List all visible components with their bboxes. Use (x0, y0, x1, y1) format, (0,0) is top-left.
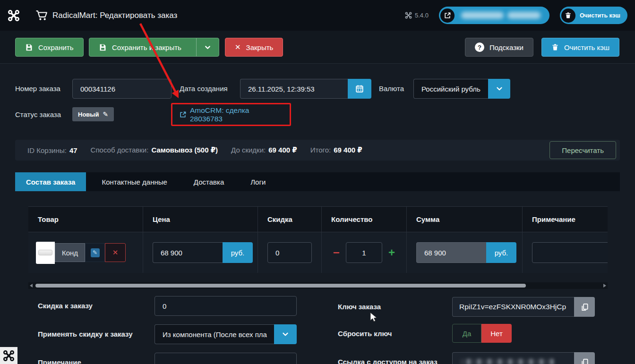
joomla-logo-icon[interactable] (8, 9, 20, 22)
joomla-admin-toggle-button[interactable] (0, 347, 17, 364)
created-date-group: 26.11.2025, 12:39:53 (240, 79, 371, 99)
save-options-dropdown-button[interactable] (196, 38, 219, 56)
tab-shipping[interactable]: Доставка (183, 172, 235, 191)
table-header-row: Товар Цена Скидка Количество Сумма Приме… (28, 207, 608, 232)
save-icon (25, 43, 33, 51)
external-link-icon (179, 111, 187, 119)
discount-cell: 0 (257, 232, 321, 273)
note-input[interactable] (532, 242, 608, 263)
calendar-icon (355, 85, 364, 93)
trash-icon (551, 43, 559, 51)
product-name-button[interactable]: Конд (55, 243, 85, 262)
order-summary-bar: ID Корзины:47 Способ доставки:Самовывоз … (15, 140, 620, 161)
apply-discount-dropdown-button[interactable] (274, 324, 297, 344)
order-status-label: Статус заказа (15, 105, 61, 125)
reset-key-yes-button[interactable]: Да (452, 324, 481, 343)
before-discount: До скидки:69 400 ₽ (231, 146, 297, 154)
order-note-input[interactable] (154, 353, 297, 364)
table-horizontal-scrollbar[interactable] (28, 282, 608, 289)
copy-key-button[interactable] (574, 297, 595, 317)
quantity-cell: − 1 + (321, 232, 406, 273)
currency-select-group: Российский рубль (413, 79, 510, 99)
note-cell (522, 232, 608, 273)
quantity-plus-button[interactable]: + (386, 246, 397, 259)
price-cell: 68 900 руб. (143, 232, 257, 273)
quantity-input[interactable]: 1 (346, 242, 383, 263)
shipping-method: Способ доставки:Самовывоз (500 ₽) (91, 146, 218, 154)
close-button[interactable]: ✕ Закрыть (225, 38, 283, 57)
scrollbar-right-arrow[interactable] (603, 284, 606, 288)
product-delete-button[interactable]: ✕ (105, 243, 126, 262)
pencil-icon: ✎ (103, 110, 108, 118)
sum-readonly-input: 68 900 (416, 242, 486, 263)
order-status-badge[interactable]: Новый ✎ (72, 107, 114, 121)
order-key-group: RpiIZ1v=ezFSKXNR0MOx3HjCp (452, 297, 595, 317)
cart-icon (35, 9, 48, 22)
tab-contact-data[interactable]: Контактные данные (91, 172, 178, 191)
price-currency-addon: руб. (223, 242, 253, 263)
x-icon: ✕ (235, 43, 241, 51)
column-header-quantity: Количество (321, 207, 406, 232)
x-icon: ✕ (112, 248, 119, 257)
copy-link-button[interactable] (574, 352, 595, 364)
order-access-link-label: Ссылка с доступом на заказ (338, 352, 438, 364)
price-input[interactable]: 68 900 (153, 242, 223, 263)
order-items-table: Товар Цена Скидка Количество Сумма Приме… (28, 206, 608, 273)
chevron-down-icon (495, 85, 504, 93)
column-header-product: Товар (28, 207, 143, 232)
apply-discount-select[interactable]: Из компонента (После всех пла (154, 324, 274, 344)
order-discount-input[interactable]: 0 (154, 296, 297, 316)
order-key-label: Ключ заказа (338, 297, 381, 317)
reset-key-toggle: Да Нет (452, 324, 512, 343)
save-and-close-split-button: Сохранить и закрыть (89, 38, 219, 57)
quantity-minus-button[interactable]: − (331, 246, 342, 259)
joomla-version-icon (405, 12, 412, 19)
clear-cache-pill-button[interactable]: Очистить кэш (560, 7, 627, 24)
calendar-button[interactable] (348, 79, 371, 99)
column-header-note: Примечание (522, 207, 608, 232)
recalculate-button[interactable]: Пересчитать (549, 141, 616, 159)
chevron-down-icon (281, 330, 290, 339)
reset-key-label: Сбросить ключ (338, 324, 392, 344)
cart-id: ID Корзины:47 (27, 146, 77, 154)
order-tabs: Состав заказа Контактные данные Доставка… (15, 172, 620, 191)
product-edit-button[interactable]: ✎ (85, 243, 105, 262)
apply-discount-select-group: Из компонента (После всех пла (154, 324, 297, 344)
save-button[interactable]: Сохранить (15, 38, 84, 57)
created-date-input[interactable]: 26.11.2025, 12:39:53 (240, 79, 348, 99)
reset-key-no-button[interactable]: Нет (481, 324, 512, 343)
edit-pencil-icon: ✎ (91, 248, 100, 257)
product-cell: Конд ✎ ✕ (28, 232, 143, 273)
admin-top-bar: RadicalMart: Редактировать заказ 5.4.0 О… (0, 0, 635, 31)
blurred-link-value (460, 359, 555, 364)
order-key-readonly-input: RpiIZ1v=ezFSKXNR0MOx3HjCp (452, 297, 574, 317)
order-number-label: Номер заказа (15, 79, 60, 99)
currency-dropdown-button[interactable] (488, 79, 510, 99)
chevron-down-icon (204, 43, 212, 51)
currency-select[interactable]: Российский рубль (413, 79, 488, 99)
amocrm-highlight-box: AmoCRM: сделка 28036783 (171, 103, 291, 126)
column-header-discount: Скидка (257, 207, 321, 232)
site-preview-pill-button[interactable] (439, 7, 549, 24)
question-circle-icon: ? (475, 42, 484, 52)
blurred-site-name-2 (507, 12, 541, 19)
sum-currency-addon: руб. (486, 242, 516, 263)
external-link-icon (440, 8, 455, 23)
scrollbar-left-arrow[interactable] (30, 284, 33, 288)
copy-icon (580, 358, 589, 364)
discount-input[interactable]: 0 (267, 242, 312, 263)
toolbar: Сохранить Сохранить и закрыть ✕ Закрыть … (0, 31, 635, 64)
save-and-close-button[interactable]: Сохранить и закрыть (89, 38, 191, 56)
page-title: RadicalMart: Редактировать заказ (52, 11, 177, 20)
order-access-link-group (452, 352, 595, 364)
save-icon (99, 43, 107, 51)
tab-order-items[interactable]: Состав заказа (15, 172, 86, 191)
clear-cache-button[interactable]: Очистить кэш (541, 38, 619, 57)
scrollbar-thumb[interactable] (35, 284, 526, 288)
tab-logs[interactable]: Логи (240, 172, 276, 191)
hints-button[interactable]: ? Подсказки (465, 38, 533, 57)
amocrm-deal-link[interactable]: AmoCRM: сделка 28036783 (190, 106, 283, 123)
blurred-site-name (461, 12, 504, 19)
annotation-arrow-head (172, 90, 179, 98)
order-number-input[interactable]: 000341126 (72, 79, 172, 99)
